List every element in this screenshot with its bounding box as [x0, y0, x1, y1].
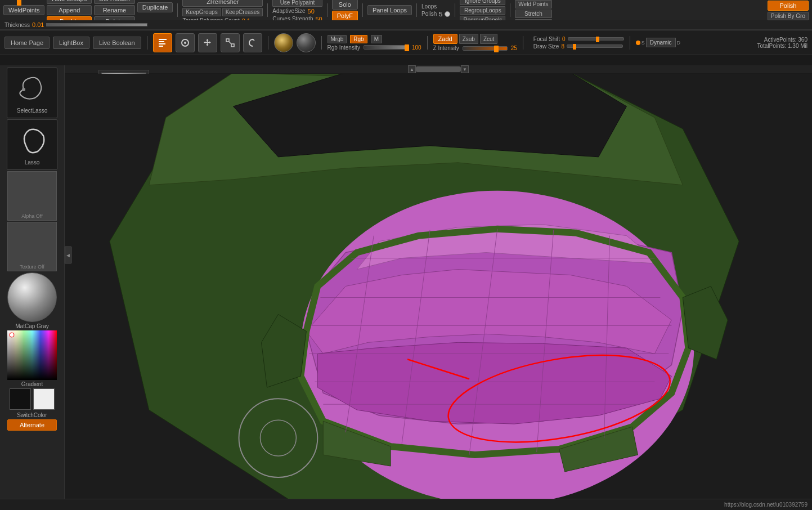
main-viewport[interactable]: ▲ ▼ PolySphere: [65, 65, 812, 499]
z-buttons-section: Zadd Zsub Zcut Z Intensity 25: [433, 34, 517, 51]
draw-size-value: 8: [561, 43, 564, 50]
home-page-button[interactable]: Home Page: [5, 37, 50, 49]
zsub-button[interactable]: Zsub: [459, 34, 478, 44]
draw-button[interactable]: [176, 33, 195, 52]
status-bar: https://blog.csdn.net/u010392759: [0, 499, 812, 510]
rename-button[interactable]: Rename: [94, 5, 134, 15]
polish-loops-row: Polish 5: [421, 11, 450, 17]
regroup-loops-button[interactable]: RegroupLoops: [460, 6, 505, 15]
separator13: [630, 36, 630, 50]
separator7: [510, 3, 510, 17]
z-slider-handle: [494, 46, 499, 52]
zremesher-button[interactable]: ZRemesher: [182, 0, 263, 7]
separator4: [362, 3, 363, 17]
weld-points-button[interactable]: WeldPoints: [3, 5, 44, 15]
z-intensity-row: Z Intensity 25: [433, 45, 517, 51]
texture-off-box[interactable]: Texture Off: [7, 222, 57, 271]
status-url: https://blog.csdn.net/u010392759: [724, 502, 807, 508]
rgb-intensity-slider[interactable]: [364, 45, 409, 50]
m-button[interactable]: M: [371, 35, 382, 43]
panel-loops-button[interactable]: Panel Loops: [367, 5, 412, 15]
color-picker-canvas[interactable]: [7, 330, 57, 380]
polish-section: Polish Polish By Gro: [768, 1, 809, 20]
active-points-value: 360: [798, 37, 807, 43]
sphere-preview[interactable]: [297, 33, 316, 52]
matcap-label: MatCap Gray: [15, 323, 48, 329]
keep-creases-button[interactable]: KeepCreases: [222, 8, 263, 16]
polish-button[interactable]: Polish: [768, 1, 809, 11]
thickness-slider-handle: [17, 0, 21, 6]
move-button[interactable]: [198, 33, 217, 52]
select-lasso-icon: [15, 73, 49, 106]
separator12: [523, 36, 523, 50]
svg-rect-0: [159, 39, 167, 40]
focal-shift-label: Focal Shift: [533, 36, 560, 42]
loops-label: Loops: [421, 3, 450, 10]
draw-icon: [180, 38, 190, 48]
separator10: [321, 36, 322, 50]
svg-point-5: [184, 42, 186, 44]
select-lasso-thumb[interactable]: SelectLasso: [7, 68, 57, 118]
svg-line-8: [229, 42, 231, 44]
separator9: [268, 36, 268, 50]
draw-size-slider[interactable]: [567, 44, 623, 48]
polish-loops-radio[interactable]: [445, 11, 450, 17]
color-swatch-black[interactable]: [10, 388, 31, 410]
d-label: D: [677, 40, 681, 46]
svg-rect-1: [159, 41, 164, 42]
lasso-thumb[interactable]: Lasso: [7, 119, 57, 170]
lasso-icon: [15, 124, 49, 158]
zadd-button[interactable]: Zadd: [433, 34, 457, 44]
zcut-button[interactable]: Zcut: [480, 34, 497, 44]
gradient-label: Gradient: [21, 381, 43, 387]
scroll-arrow-right[interactable]: ▼: [461, 65, 469, 73]
switch-color-label: SwitchColor: [17, 412, 47, 418]
svg-point-10: [22, 88, 25, 91]
polish-by-button[interactable]: Polish By Gro: [768, 12, 809, 20]
ignore-groups-button[interactable]: Ignore Groups: [460, 0, 505, 5]
s-d-group: S: [636, 40, 645, 46]
rgb-section: Mrgb Rgb M Rgb Intensity 100: [328, 35, 421, 51]
edit-icon: [158, 38, 168, 48]
focal-shift-slider[interactable]: [568, 37, 624, 41]
stretch-button[interactable]: Stretch: [515, 10, 551, 18]
del-hidden-button[interactable]: Del Hidden: [94, 0, 134, 4]
dynamic-button[interactable]: Dynamic: [646, 38, 676, 47]
weld-points2-button[interactable]: Weld Points: [515, 0, 551, 8]
z-intensity-value: 25: [511, 45, 517, 51]
svg-rect-2: [159, 43, 165, 44]
live-boolean-button[interactable]: Live Boolean: [93, 37, 141, 49]
d-group: D: [677, 40, 681, 46]
thickness-slider[interactable]: [46, 23, 147, 26]
auto-groups-button[interactable]: Auto Groups: [47, 0, 92, 4]
mrgb-button[interactable]: Mrgb: [328, 35, 347, 43]
keep-groups-button[interactable]: KeepGroups: [182, 8, 221, 16]
color-picker[interactable]: [7, 330, 57, 380]
append-button[interactable]: Append: [47, 5, 92, 15]
mrgb-row: Mrgb Rgb M: [328, 35, 421, 43]
dynamic-section: S Dynamic D: [636, 38, 680, 47]
alpha-off-box[interactable]: Alpha Off: [7, 171, 57, 221]
rgb-button[interactable]: Rgb: [350, 35, 367, 43]
scroll-thumb[interactable]: [416, 66, 461, 72]
focal-shift-row: Focal Shift 0: [533, 36, 624, 42]
edit-button[interactable]: [153, 33, 172, 52]
gradient-section: Gradient: [7, 330, 57, 387]
left-sidebar: SelectLasso Lasso Alpha Off Texture Off …: [0, 65, 65, 510]
sidebar-collapse-arrow[interactable]: ◄: [65, 247, 71, 263]
rotate-button[interactable]: [243, 33, 262, 52]
scroll-arrow-left[interactable]: ▲: [408, 65, 416, 73]
use-polypaint-button[interactable]: Use Polypaint: [272, 0, 322, 7]
matcap-section: MatCap Gray: [7, 272, 57, 329]
solo-button[interactable]: Solo: [332, 0, 358, 10]
lightbox-button[interactable]: LightBox: [53, 37, 89, 49]
alternate-button[interactable]: Alternate: [7, 419, 57, 431]
polyf-button[interactable]: PolyF: [332, 11, 358, 21]
color-swatch-white[interactable]: [33, 388, 55, 410]
z-intensity-slider[interactable]: [463, 46, 508, 51]
duplicate-button[interactable]: Duplicate: [137, 2, 173, 12]
matcap-sphere[interactable]: [7, 272, 57, 322]
scroll-track[interactable]: ▲ ▼: [65, 65, 812, 73]
scale-button[interactable]: [221, 33, 240, 52]
brush-preview[interactable]: [274, 33, 293, 52]
